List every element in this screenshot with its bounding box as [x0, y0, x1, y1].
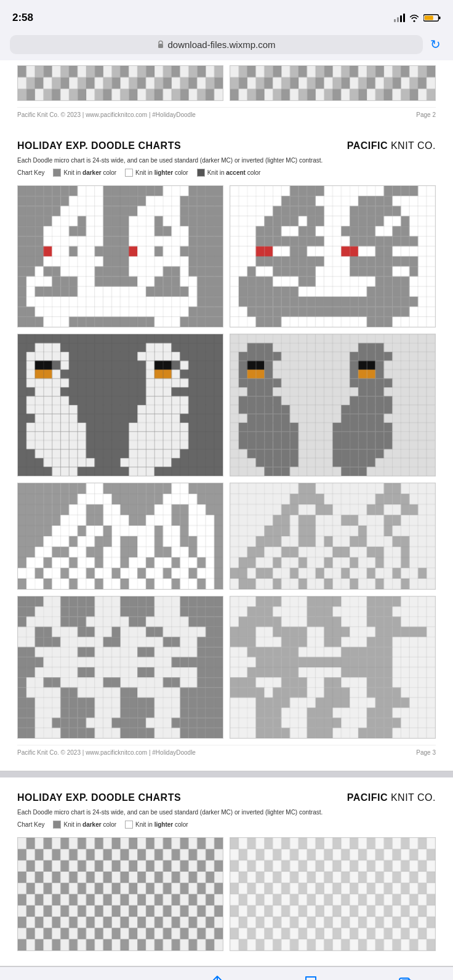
chart-canvas-p2-left	[18, 66, 223, 100]
chart-wave-dark	[17, 483, 223, 590]
share-button[interactable]	[201, 973, 234, 980]
chart-deer-dark	[17, 185, 223, 328]
key-darker-p4: Knit in darker color	[53, 821, 116, 829]
swatch-lighter-p4	[125, 821, 133, 829]
page-3-footer: Pacific Knit Co. © 2023 | www.pacifickni…	[17, 745, 436, 756]
wifi-icon	[409, 14, 420, 22]
chart-key-p4: Chart Key Knit in darker color Knit in l…	[17, 821, 436, 829]
chart-partial-left	[17, 65, 223, 101]
url-field[interactable]: download-files.wixmp.com	[10, 35, 423, 54]
reload-button[interactable]: ↻	[428, 34, 443, 54]
tabs-button[interactable]	[388, 974, 422, 980]
share-icon	[210, 976, 224, 980]
chart-canvas-p2-right	[230, 66, 435, 100]
chart-wave-light	[230, 483, 436, 590]
charts-grid-p3	[17, 185, 436, 739]
status-bar: 2:58	[0, 0, 453, 31]
page-3-card: HOLIDAY EXP. DOODLE CHARTS PACIFIC KNIT …	[0, 126, 453, 771]
key-accent: Knit in accent color	[197, 169, 261, 177]
chart-p4-left	[17, 837, 223, 952]
partial-charts-row	[17, 65, 436, 101]
page-4-header: HOLIDAY EXP. DOODLE CHARTS PACIFIC KNIT …	[17, 792, 436, 803]
chart-diamond-light	[230, 596, 436, 739]
svg-rect-2	[425, 16, 433, 20]
key-darker: Knit in darker color	[53, 169, 116, 177]
chart-snowman-dark	[17, 334, 223, 476]
lock-icon	[157, 40, 164, 49]
page-4-title-left: HOLIDAY EXP. DOODLE CHARTS	[17, 792, 181, 803]
swatch-darker-p4	[53, 821, 61, 829]
chart-p4-right	[230, 837, 436, 952]
page-2-top: Pacific Knit Co. © 2023 | www.pacifickni…	[0, 60, 453, 126]
forward-button[interactable]: ›	[116, 973, 140, 980]
chart-diamond-dark	[17, 596, 223, 739]
swatch-lighter	[125, 169, 133, 177]
chart-snowman-light	[230, 334, 436, 476]
tabs-icon	[398, 976, 412, 980]
page-2-footer: Pacific Knit Co. © 2023 | www.pacifickni…	[17, 107, 436, 118]
address-bar: download-files.wixmp.com ↻	[0, 31, 453, 60]
page-3-header: HOLIDAY EXP. DOODLE CHARTS PACIFIC KNIT …	[17, 140, 436, 151]
page-4-title-right: PACIFIC KNIT CO.	[347, 792, 436, 803]
chart-partial-right	[230, 65, 436, 101]
back-button[interactable]: ‹	[31, 973, 55, 980]
page-3-title-left: HOLIDAY EXP. DOODLE CHARTS	[17, 140, 181, 151]
bottom-nav: ‹ ›	[0, 966, 453, 980]
scroll-content: Pacific Knit Co. © 2023 | www.pacifickni…	[0, 60, 453, 966]
swatch-accent	[197, 169, 205, 177]
bookmark-icon	[305, 976, 317, 980]
chart-deer-light	[230, 185, 436, 328]
swatch-darker	[53, 169, 61, 177]
chart-key-p3: Chart Key Knit in darker color Knit in l…	[17, 169, 436, 177]
page-4-subtitle: Each Doodle micro chart is 24-sts wide, …	[17, 808, 436, 817]
page-4-card: HOLIDAY EXP. DOODLE CHARTS PACIFIC KNIT …	[0, 777, 453, 967]
key-lighter: Knit in lighter color	[125, 169, 188, 177]
svg-rect-3	[158, 44, 163, 48]
page-3-subtitle: Each Doodle micro chart is 24-sts wide, …	[17, 156, 436, 165]
bookmark-button[interactable]	[295, 973, 327, 980]
charts-grid-p4	[17, 837, 436, 952]
signal-icon	[394, 14, 405, 22]
status-icons	[394, 14, 441, 22]
key-lighter-p4: Knit in lighter color	[125, 821, 188, 829]
page-3-title-right: PACIFIC KNIT CO.	[347, 140, 436, 151]
battery-icon	[423, 14, 441, 22]
svg-rect-1	[439, 17, 441, 19]
status-time: 2:58	[12, 12, 33, 24]
